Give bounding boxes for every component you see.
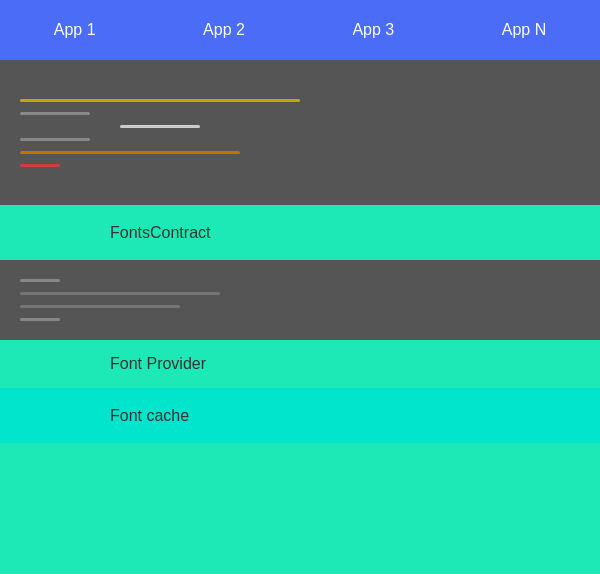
line-row-5 — [20, 151, 580, 154]
main-container: App 1 App 2 App 3 App N FontsContract — [0, 0, 600, 574]
dark2-line-4 — [20, 318, 60, 321]
app-tab-1[interactable]: App 1 — [34, 13, 116, 47]
line-row-4 — [20, 138, 580, 141]
line-white — [120, 125, 200, 128]
app-tab-n[interactable]: App N — [482, 13, 566, 47]
font-cache-section: Font cache — [0, 388, 600, 443]
dark2-line-1 — [20, 279, 60, 282]
line-red — [20, 164, 60, 167]
line-row-1 — [20, 99, 580, 102]
fonts-contract-label: FontsContract — [110, 224, 210, 242]
line-gray-1 — [20, 112, 90, 115]
line-row-2 — [20, 112, 580, 115]
app-tab-2[interactable]: App 2 — [183, 13, 265, 47]
font-provider-label: Font Provider — [110, 355, 206, 373]
dark2-line-row-4 — [20, 318, 580, 321]
line-gray-2 — [20, 138, 90, 141]
line-orange — [20, 151, 240, 154]
bottom-teal-section — [0, 443, 600, 574]
line-row-3 — [20, 125, 580, 128]
line-yellow — [20, 99, 300, 102]
dark-section-1 — [0, 60, 600, 205]
app-tabs-bar: App 1 App 2 App 3 App N — [0, 0, 600, 60]
dark2-line-row-1 — [20, 279, 580, 282]
app-tab-3[interactable]: App 3 — [332, 13, 414, 47]
font-provider-section: Font Provider — [0, 340, 600, 388]
font-cache-label: Font cache — [110, 407, 189, 425]
fonts-contract-section: FontsContract — [0, 205, 600, 260]
dark2-line-row-2 — [20, 292, 580, 295]
dark-section-2 — [0, 260, 600, 340]
line-row-6 — [20, 164, 580, 167]
dark2-line-3 — [20, 305, 180, 308]
dark2-line-row-3 — [20, 305, 580, 308]
dark2-line-2 — [20, 292, 220, 295]
